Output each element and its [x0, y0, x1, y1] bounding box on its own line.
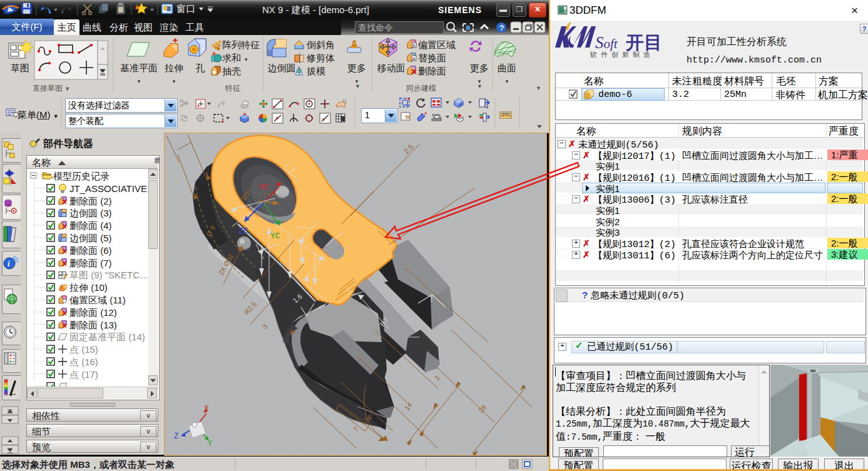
- svg-text:ZC: ZC: [238, 226, 248, 236]
- svg-text:Y: Y: [208, 440, 212, 448]
- svg-text:Soft: Soft: [595, 33, 618, 52]
- svg-text:3: 3: [261, 323, 269, 331]
- svg-text:Z: Z: [174, 432, 178, 441]
- svg-text:6: 6: [412, 43, 416, 48]
- svg-text:YC: YC: [270, 231, 280, 241]
- svg-text:XC: XC: [259, 183, 269, 192]
- svg-text:?: ?: [499, 24, 504, 33]
- svg-text:i: i: [8, 259, 10, 268]
- svg-text:2: 2: [433, 374, 441, 382]
- svg-text:X: X: [204, 405, 208, 413]
- svg-text:28: 28: [477, 403, 488, 414]
- svg-text:a: a: [412, 56, 416, 61]
- svg-text:14: 14: [403, 401, 414, 412]
- svg-text:R2.5: R2.5: [243, 300, 258, 316]
- svg-text:窗口: 窗口: [176, 3, 195, 14]
- svg-text:2.5: 2.5: [402, 142, 416, 156]
